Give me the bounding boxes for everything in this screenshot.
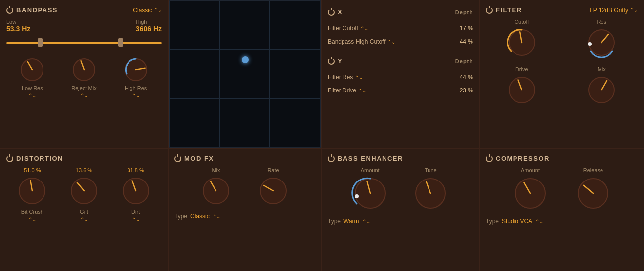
- filter-cutoff-knob: Cutoff: [486, 19, 558, 58]
- xy-params-panel: X Depth Filter Cutoff ⌃⌄ 17 % Bandpass H…: [321, 0, 479, 148]
- bandpass-high-res-chevron[interactable]: ⌃⌄: [132, 93, 140, 98]
- filter-drive-knob: Drive: [486, 66, 558, 106]
- bandpass-high-cutoff-row: Bandpass High Cutoff ⌃⌄ 44 %: [328, 35, 473, 48]
- bandpass-low-res-chevron[interactable]: ⌃⌄: [28, 93, 36, 98]
- distortion-power-icon[interactable]: [6, 155, 13, 162]
- modfx-header: MOD FX: [174, 155, 315, 162]
- xy-pad-panel: [168, 0, 321, 148]
- distortion-title: DISTORTION: [6, 155, 63, 162]
- bandpass-knobs-row: Low Res ⌃⌄ Reject Mix ⌃⌄ High Res: [6, 56, 162, 98]
- modfx-panel: MOD FX Mix Rate Type Classic ⌃⌄: [168, 148, 321, 271]
- bandpass-reject-mix-chevron[interactable]: ⌃⌄: [80, 93, 88, 98]
- compressor-release-knob: Release: [575, 167, 611, 212]
- bass-enhancer-amount-knob: Amount: [352, 167, 388, 212]
- bandpass-high-handle[interactable]: [118, 38, 123, 47]
- bandpass-reject-mix-knob: Reject Mix ⌃⌄: [71, 56, 97, 98]
- compressor-knobs-row: Amount Release: [486, 167, 638, 212]
- modfx-type-row: Type Classic ⌃⌄: [174, 213, 315, 220]
- bit-crush-chevron[interactable]: ⌃⌄: [28, 217, 36, 222]
- bit-crush-knob: 51.0 % Bit Crush ⌃⌄: [16, 167, 48, 222]
- filter-panel: FILTER LP 12dB Gritty ⌃⌄ Cutoff Res: [479, 0, 644, 148]
- modfx-power-icon[interactable]: [174, 155, 181, 162]
- xy-pad[interactable]: [169, 0, 321, 148]
- bandpass-type-select[interactable]: Classic ⌃⌄: [133, 7, 162, 14]
- filter-power-icon[interactable]: [486, 7, 493, 14]
- y-section-header: Y Depth: [328, 57, 473, 65]
- compressor-amount-knob: Amount: [512, 167, 549, 212]
- bandpass-low-res-knob: Low Res ⌃⌄: [19, 56, 45, 98]
- dirt-knob: 31.8 % Dirt ⌃⌄: [120, 167, 152, 222]
- filter-res-row: Filter Res ⌃⌄ 44 %: [328, 71, 473, 84]
- compressor-header: COMPRESSOR: [486, 155, 638, 162]
- xy-grid: [169, 1, 320, 147]
- modfx-type-select[interactable]: Classic: [190, 213, 210, 220]
- bass-enhancer-tune-knob: Tune: [412, 167, 449, 212]
- bass-enhancer-header: BASS ENHANCER: [328, 155, 473, 162]
- compressor-type-row: Type Studio VCA ⌃⌄: [486, 218, 638, 225]
- filter-mix-knob: Mix: [566, 66, 638, 106]
- bandpass-power-icon[interactable]: [6, 7, 13, 14]
- filter-drive-row: Filter Drive ⌃⌄ 23 %: [328, 84, 473, 97]
- distortion-panel: DISTORTION 51.0 % Bit Crush ⌃⌄ 13.6 % Gr…: [0, 148, 168, 271]
- dirt-chevron[interactable]: ⌃⌄: [132, 217, 140, 222]
- bandpass-freq-values: Low 53.3 Hz High 3606 Hz: [6, 19, 162, 33]
- compressor-type-chevron[interactable]: ⌃⌄: [535, 219, 543, 224]
- bandpass-type-chevron: ⌃⌄: [154, 7, 162, 13]
- modfx-knobs-row: Mix Rate: [174, 167, 315, 207]
- distortion-knobs-row: 51.0 % Bit Crush ⌃⌄ 13.6 % Grit ⌃⌄ 31.8 …: [6, 167, 162, 222]
- bandpass-slider[interactable]: [6, 37, 162, 48]
- y-power-icon[interactable]: [328, 58, 335, 65]
- compressor-power-icon[interactable]: [486, 155, 493, 162]
- grit-chevron[interactable]: ⌃⌄: [80, 217, 88, 222]
- compressor-panel: COMPRESSOR Amount Release Type Studio: [479, 148, 644, 271]
- bass-enhancer-type-row: Type Warm ⌃⌄: [328, 218, 473, 225]
- bass-enhancer-title: BASS ENHANCER: [328, 155, 403, 162]
- filter-res-knob: Res: [566, 19, 638, 58]
- modfx-rate-knob: Rate: [258, 167, 289, 207]
- filter-knobs: Cutoff Res Drive: [486, 19, 638, 106]
- compressor-type-select[interactable]: Studio VCA: [502, 218, 532, 225]
- bandpass-high-res-knob: High Res ⌃⌄: [123, 56, 149, 98]
- bandpass-high: High 3606 Hz: [136, 19, 162, 33]
- x-section-header: X Depth: [328, 8, 473, 16]
- modfx-type-chevron[interactable]: ⌃⌄: [213, 214, 220, 219]
- bandpass-title: BANDPASS: [6, 6, 58, 14]
- filter-cutoff-row: Filter Cutoff ⌃⌄ 17 %: [328, 22, 473, 35]
- filter-title: FILTER: [486, 6, 522, 14]
- bass-enhancer-panel: BASS ENHANCER Amount Tune: [321, 148, 479, 271]
- bass-enhancer-type-chevron[interactable]: ⌃⌄: [362, 219, 370, 224]
- filter-type-chevron: ⌃⌄: [630, 7, 638, 13]
- svg-point-14: [355, 194, 359, 198]
- bandpass-low: Low 53.3 Hz: [6, 19, 30, 33]
- grit-knob: 13.6 % Grit ⌃⌄: [68, 167, 100, 222]
- compressor-title: COMPRESSOR: [486, 155, 550, 162]
- bandpass-panel: BANDPASS Classic ⌃⌄ Low 53.3 Hz High 360…: [0, 0, 168, 148]
- bandpass-low-handle[interactable]: [38, 38, 43, 47]
- bass-enhancer-knobs-row: Amount Tune: [328, 167, 473, 212]
- distortion-header: DISTORTION: [6, 155, 162, 162]
- bass-enhancer-power-icon[interactable]: [328, 155, 335, 162]
- modfx-title: MOD FX: [174, 155, 214, 162]
- filter-header: FILTER LP 12dB Gritty ⌃⌄: [486, 6, 638, 14]
- modfx-mix-knob: Mix: [200, 167, 232, 207]
- svg-point-5: [588, 42, 592, 46]
- bass-enhancer-type-select[interactable]: Warm: [343, 218, 359, 225]
- x-power-icon[interactable]: [328, 9, 335, 16]
- filter-type-select[interactable]: LP 12dB Gritty ⌃⌄: [590, 7, 638, 14]
- bandpass-header: BANDPASS Classic ⌃⌄: [6, 6, 162, 14]
